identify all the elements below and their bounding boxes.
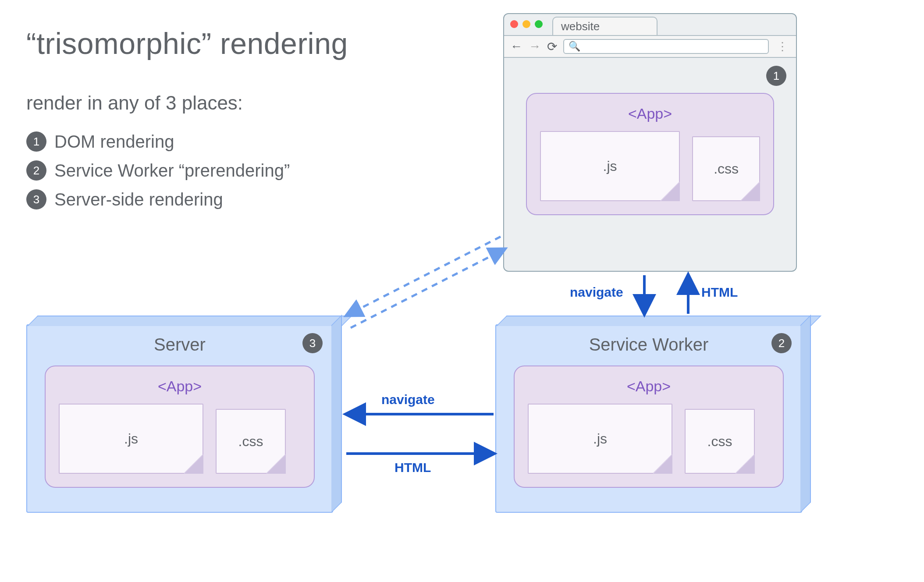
css-file: .css bbox=[685, 409, 755, 474]
page-fold-icon bbox=[735, 454, 755, 474]
app-label: <App> bbox=[59, 378, 301, 395]
js-file: .js bbox=[528, 404, 672, 474]
server-box: Server 3 <App> .js .css bbox=[26, 324, 333, 513]
window-controls bbox=[510, 20, 543, 28]
svg-line-4 bbox=[346, 237, 501, 316]
js-file: .js bbox=[540, 131, 680, 201]
page-fold-icon bbox=[266, 454, 286, 474]
browser-toolbar: ← → ⟳ 🔍 ⋮ bbox=[504, 35, 796, 58]
bullet-list: 1 DOM rendering 2 Service Worker “preren… bbox=[26, 131, 290, 218]
location-badge: 2 bbox=[771, 333, 792, 353]
browser-tab: website bbox=[552, 17, 657, 35]
arrow-label-html: HTML bbox=[701, 285, 738, 300]
diagram-subtitle: render in any of 3 places: bbox=[26, 92, 243, 114]
close-icon bbox=[510, 20, 518, 28]
page-fold-icon bbox=[652, 454, 672, 474]
page-fold-icon bbox=[740, 181, 760, 201]
page-fold-icon bbox=[183, 454, 203, 474]
browser-viewport: 1 <App> .js .css bbox=[504, 58, 796, 271]
bullet-item: 3 Server-side rendering bbox=[26, 189, 290, 209]
location-badge: 3 bbox=[302, 333, 323, 353]
diagram-canvas: “trisomorphic” rendering render in any o… bbox=[0, 0, 924, 582]
css-file: .css bbox=[216, 409, 286, 474]
file-label: .css bbox=[714, 161, 739, 177]
arrow-label-navigate: navigate bbox=[381, 392, 435, 407]
browser-window: website ← → ⟳ 🔍 ⋮ 1 <App> .js .css bbox=[503, 13, 797, 272]
file-group: .js .css bbox=[540, 131, 760, 201]
box-title: Server bbox=[27, 335, 332, 355]
file-group: .js .css bbox=[528, 404, 770, 474]
forward-icon: → bbox=[529, 39, 541, 53]
location-badge: 1 bbox=[766, 66, 786, 86]
bullet-text: Service Worker “prerendering” bbox=[54, 161, 290, 181]
svg-line-5 bbox=[351, 249, 505, 328]
bullet-text: Server-side rendering bbox=[54, 190, 223, 209]
file-label: .css bbox=[707, 433, 732, 450]
page-fold-icon bbox=[660, 181, 680, 201]
file-label: .css bbox=[238, 433, 263, 450]
app-panel: <App> .js .css bbox=[514, 366, 784, 488]
app-panel: <App> .js .css bbox=[526, 93, 774, 215]
bullet-item: 1 DOM rendering bbox=[26, 131, 290, 152]
reload-icon: ⟳ bbox=[547, 39, 557, 54]
bullet-badge: 3 bbox=[26, 189, 46, 209]
file-label: .js bbox=[603, 158, 617, 174]
minimize-icon bbox=[522, 20, 530, 28]
bullet-badge: 2 bbox=[26, 160, 46, 181]
file-label: .js bbox=[593, 431, 607, 447]
bullet-badge: 1 bbox=[26, 131, 46, 152]
diagram-title: “trisomorphic” rendering bbox=[26, 26, 348, 60]
file-group: .js .css bbox=[59, 404, 301, 474]
back-icon: ← bbox=[510, 39, 522, 53]
box-title: Service Worker bbox=[496, 335, 801, 355]
arrow-label-navigate: navigate bbox=[570, 285, 623, 300]
app-panel: <App> .js .css bbox=[45, 366, 315, 488]
app-label: <App> bbox=[528, 378, 770, 395]
bullet-item: 2 Service Worker “prerendering” bbox=[26, 160, 290, 181]
file-label: .js bbox=[124, 431, 138, 447]
css-file: .css bbox=[692, 136, 760, 201]
maximize-icon bbox=[535, 20, 543, 28]
search-icon: 🔍 bbox=[569, 41, 580, 52]
address-bar: 🔍 bbox=[563, 39, 769, 54]
browser-tabbar: website bbox=[504, 14, 796, 35]
service-worker-box: Service Worker 2 <App> .js .css bbox=[495, 324, 802, 513]
app-label: <App> bbox=[540, 105, 760, 122]
js-file: .js bbox=[59, 404, 203, 474]
menu-icon: ⋮ bbox=[775, 40, 790, 53]
bullet-text: DOM rendering bbox=[54, 132, 174, 152]
arrow-label-html: HTML bbox=[394, 460, 431, 475]
